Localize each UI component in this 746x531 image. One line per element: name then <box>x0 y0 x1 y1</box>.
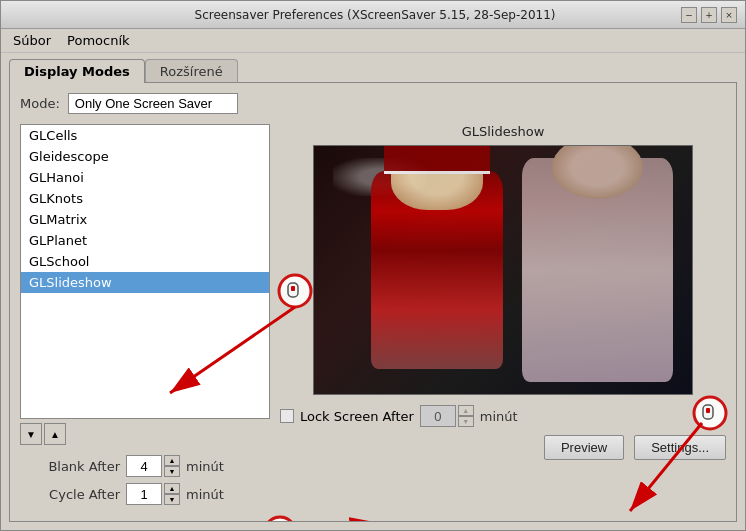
tab-panel: Mode: Disable Screen Saver Only One Scre… <box>9 82 737 522</box>
settings-button[interactable]: Settings... <box>634 435 726 460</box>
figure-left <box>371 171 503 369</box>
tab-rozsirene[interactable]: Rozšírené <box>145 59 238 83</box>
cycle-after-spinner-buttons: ▲ ▼ <box>164 483 180 505</box>
screensaver-list[interactable]: GLCells Gleidescope GLHanoi GLKnots GLMa… <box>20 124 270 419</box>
close-button[interactable]: × <box>721 7 737 23</box>
list-item[interactable]: GLHanoi <box>21 167 269 188</box>
move-down-button[interactable]: ▼ <box>20 423 42 445</box>
cycle-after-input[interactable] <box>126 483 162 505</box>
left-panel: GLCells Gleidescope GLHanoi GLKnots GLMa… <box>20 124 270 511</box>
cycle-after-unit: minút <box>186 487 224 502</box>
mode-dropdown-wrapper: Disable Screen Saver Only One Screen Sav… <box>68 93 238 114</box>
lock-screen-spinner: ▲ ▼ <box>420 405 474 427</box>
main-window: Screensaver Preferences (XScreenSaver 5.… <box>0 0 746 531</box>
blank-after-spinner: ▲ ▼ <box>126 455 180 477</box>
list-item-selected[interactable]: GLSlideshow <box>21 272 269 293</box>
lock-screen-up[interactable]: ▲ <box>458 405 474 416</box>
titlebar: Screensaver Preferences (XScreenSaver 5.… <box>1 1 745 29</box>
menu-pomocnik[interactable]: Pomocník <box>61 31 135 50</box>
blank-after-down[interactable]: ▼ <box>164 466 180 477</box>
maximize-button[interactable]: + <box>701 7 717 23</box>
preview-button[interactable]: Preview <box>544 435 624 460</box>
blank-after-input[interactable] <box>126 455 162 477</box>
blank-after-label: Blank After <box>20 459 120 474</box>
content-area: Display Modes Rozšírené Mode: Disable Sc… <box>1 53 745 530</box>
cycle-after-row: Cycle After ▲ ▼ minút <box>20 483 270 505</box>
list-item[interactable]: GLPlanet <box>21 230 269 251</box>
list-item[interactable]: GLKnots <box>21 188 269 209</box>
move-up-button[interactable]: ▲ <box>44 423 66 445</box>
tab-bar: Display Modes Rozšírené <box>9 59 737 83</box>
tab-display-modes[interactable]: Display Modes <box>9 59 145 83</box>
titlebar-buttons: − + × <box>681 7 737 23</box>
cycle-after-down[interactable]: ▼ <box>164 494 180 505</box>
menu-subor[interactable]: Súbor <box>7 31 57 50</box>
cycle-after-up[interactable]: ▲ <box>164 483 180 494</box>
lock-screen-checkbox[interactable] <box>280 409 294 423</box>
cycle-after-label: Cycle After <box>20 487 120 502</box>
main-area: GLCells Gleidescope GLHanoi GLKnots GLMa… <box>20 124 726 511</box>
cycle-after-spinner: ▲ ▼ <box>126 483 180 505</box>
preview-image-inner <box>314 146 692 394</box>
list-controls: ▼ ▲ <box>20 423 270 445</box>
lock-screen-unit: minút <box>480 409 518 424</box>
lock-screen-input[interactable] <box>420 405 456 427</box>
lock-screen-row: Lock Screen After ▲ ▼ minút <box>280 405 726 427</box>
lock-screen-label: Lock Screen After <box>300 409 414 424</box>
list-item[interactable]: GLSchool <box>21 251 269 272</box>
blank-after-row: Blank After ▲ ▼ minút <box>20 455 270 477</box>
blank-after-spinner-buttons: ▲ ▼ <box>164 455 180 477</box>
list-item[interactable]: Gleidescope <box>21 146 269 167</box>
preview-image <box>313 145 693 395</box>
lock-screen-spinner-buttons: ▲ ▼ <box>458 405 474 427</box>
bottom-controls: Blank After ▲ ▼ minút Cycle <box>20 455 270 511</box>
mode-row: Mode: Disable Screen Saver Only One Scre… <box>20 93 726 114</box>
mode-label: Mode: <box>20 96 60 111</box>
blank-after-unit: minút <box>186 459 224 474</box>
menubar: Súbor Pomocník <box>1 29 745 53</box>
list-item[interactable]: GLMatrix <box>21 209 269 230</box>
window-title: Screensaver Preferences (XScreenSaver 5.… <box>69 8 681 22</box>
figure-right <box>522 158 673 381</box>
action-area: Lock Screen After ▲ ▼ minút <box>280 405 726 460</box>
blank-after-up[interactable]: ▲ <box>164 455 180 466</box>
list-item[interactable]: GLCells <box>21 125 269 146</box>
minimize-button[interactable]: − <box>681 7 697 23</box>
action-buttons: Preview Settings... <box>280 435 726 460</box>
lock-screen-down[interactable]: ▼ <box>458 416 474 427</box>
right-panel: GLSlideshow Lock Screen Afte <box>280 124 726 511</box>
mode-dropdown[interactable]: Disable Screen Saver Only One Screen Sav… <box>68 93 238 114</box>
svg-point-9 <box>264 517 296 521</box>
preview-title: GLSlideshow <box>462 124 545 139</box>
